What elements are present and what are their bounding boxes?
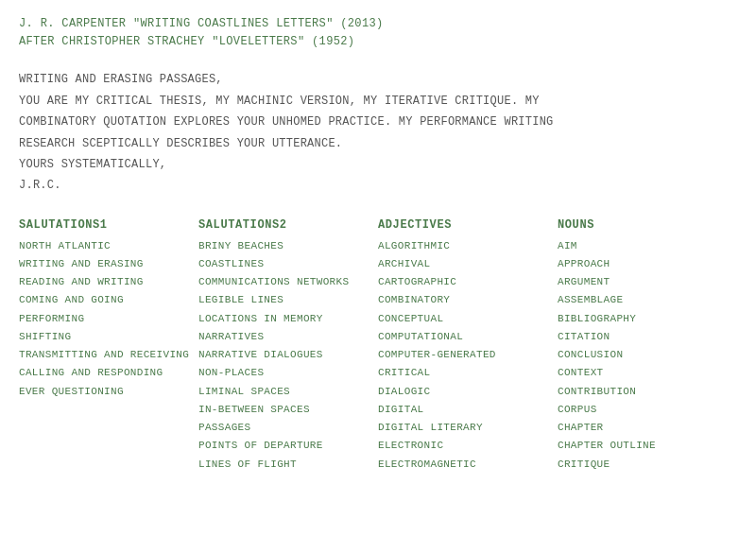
list-item: ASSEMBLAGE bbox=[558, 291, 737, 309]
list-item: CRITICAL bbox=[378, 364, 558, 382]
col1-items: NORTH ATLANTICWRITING AND ERASINGREADING… bbox=[19, 237, 198, 401]
list-item: NARRATIVE DIALOGUES bbox=[198, 346, 378, 364]
list-item: CORPUS bbox=[558, 401, 737, 419]
list-item: COMPUTER-GENERATED bbox=[378, 346, 558, 364]
list-item: LINES OF FLIGHT bbox=[198, 456, 378, 474]
letter-line6: J.R.C. bbox=[19, 176, 737, 195]
list-item: SHIFTING bbox=[19, 328, 198, 346]
list-item: COMBINATORY bbox=[378, 291, 558, 309]
column-nouns: NOUNS AIMAPPROACHARGUMENTASSEMBLAGEBIBLI… bbox=[558, 218, 737, 474]
letter-line1: WRITING AND ERASING PASSAGES, bbox=[19, 70, 737, 89]
header-line1: J. R. CARPENTER "WRITING COASTLINES LETT… bbox=[19, 15, 737, 33]
list-item: CHAPTER bbox=[558, 419, 737, 437]
list-item: ARGUMENT bbox=[558, 273, 737, 291]
list-item: POINTS OF DEPARTURE bbox=[198, 437, 378, 455]
col2-items: BRINY BEACHESCOASTLINESCOMMUNICATIONS NE… bbox=[198, 237, 378, 474]
list-item: COMPUTATIONAL bbox=[378, 328, 558, 346]
list-item: CONTRIBUTION bbox=[558, 383, 737, 401]
col1-header: SALUTATIONS1 bbox=[19, 218, 198, 232]
list-item: PERFORMING bbox=[19, 310, 198, 328]
list-item: CARTOGRAPHIC bbox=[378, 273, 558, 291]
letter-line3: COMBINATORY QUOTATION EXPLORES YOUR UNHO… bbox=[19, 113, 737, 131]
list-item: WRITING AND ERASING bbox=[19, 255, 198, 273]
letter-line2: YOU ARE MY CRITICAL THESIS, MY MACHINIC … bbox=[19, 92, 737, 111]
list-item: DIGITAL LITERARY bbox=[378, 419, 558, 437]
col2-header: SALUTATIONS2 bbox=[198, 218, 378, 232]
list-item: LIMINAL SPACES bbox=[198, 383, 378, 401]
list-item: ELECTRONIC bbox=[378, 437, 558, 455]
column-adjectives: ADJECTIVES ALGORITHMICARCHIVALCARTOGRAPH… bbox=[378, 218, 558, 474]
col3-header: ADJECTIVES bbox=[378, 218, 558, 232]
column-salutations2: SALUTATIONS2 BRINY BEACHESCOASTLINESCOMM… bbox=[198, 218, 378, 474]
list-item: NARRATIVES bbox=[198, 328, 378, 346]
header-line2: AFTER CHRISTOPHER STRACHEY "LOVELETTERS"… bbox=[19, 33, 737, 51]
list-item: CONCLUSION bbox=[558, 346, 737, 364]
list-item: BRINY BEACHES bbox=[198, 237, 378, 255]
list-item: COASTLINES bbox=[198, 255, 378, 273]
list-item: ELECTROMAGNETIC bbox=[378, 456, 558, 474]
list-item: COMING AND GOING bbox=[19, 291, 198, 309]
list-item: CONCEPTUAL bbox=[378, 310, 558, 328]
list-item: NON-PLACES bbox=[198, 364, 378, 382]
list-item: BIBLIOGRAPHY bbox=[558, 310, 737, 328]
list-item: NORTH ATLANTIC bbox=[19, 237, 198, 255]
list-item: TRANSMITTING AND RECEIVING bbox=[19, 346, 198, 364]
letter-line4: RESEARCH SCEPTICALLY DESCRIBES YOUR UTTE… bbox=[19, 134, 737, 153]
list-item: CRITIQUE bbox=[558, 456, 737, 474]
letter-line5: YOURS SYSTEMATICALLY, bbox=[19, 155, 737, 174]
list-item: CITATION bbox=[558, 328, 737, 346]
list-item: EVER QUESTIONING bbox=[19, 383, 198, 401]
col4-header: NOUNS bbox=[558, 218, 737, 232]
list-item: COMMUNICATIONS NETWORKS bbox=[198, 273, 378, 291]
col3-items: ALGORITHMICARCHIVALCARTOGRAPHICCOMBINATO… bbox=[378, 237, 558, 474]
header-section: J. R. CARPENTER "WRITING COASTLINES LETT… bbox=[19, 15, 737, 51]
word-lists: SALUTATIONS1 NORTH ATLANTICWRITING AND E… bbox=[19, 218, 737, 474]
list-item: DIGITAL bbox=[378, 401, 558, 419]
list-item: CONTEXT bbox=[558, 364, 737, 382]
list-item: READING AND WRITING bbox=[19, 273, 198, 291]
column-salutations1: SALUTATIONS1 NORTH ATLANTICWRITING AND E… bbox=[19, 218, 198, 474]
list-item: DIALOGIC bbox=[378, 383, 558, 401]
list-item: CHAPTER OUTLINE bbox=[558, 437, 737, 455]
list-item: CALLING AND RESPONDING bbox=[19, 364, 198, 382]
list-item: AIM bbox=[558, 237, 737, 255]
list-item: IN-BETWEEN SPACES bbox=[198, 401, 378, 419]
col4-items: AIMAPPROACHARGUMENTASSEMBLAGEBIBLIOGRAPH… bbox=[558, 237, 737, 474]
list-item: LEGIBLE LINES bbox=[198, 291, 378, 309]
letter-body: WRITING AND ERASING PASSAGES, YOU ARE MY… bbox=[19, 70, 737, 195]
list-item: ALGORITHMIC bbox=[378, 237, 558, 255]
list-item: LOCATIONS IN MEMORY bbox=[198, 310, 378, 328]
list-item: APPROACH bbox=[558, 255, 737, 273]
list-item: PASSAGES bbox=[198, 419, 378, 437]
list-item: ARCHIVAL bbox=[378, 255, 558, 273]
